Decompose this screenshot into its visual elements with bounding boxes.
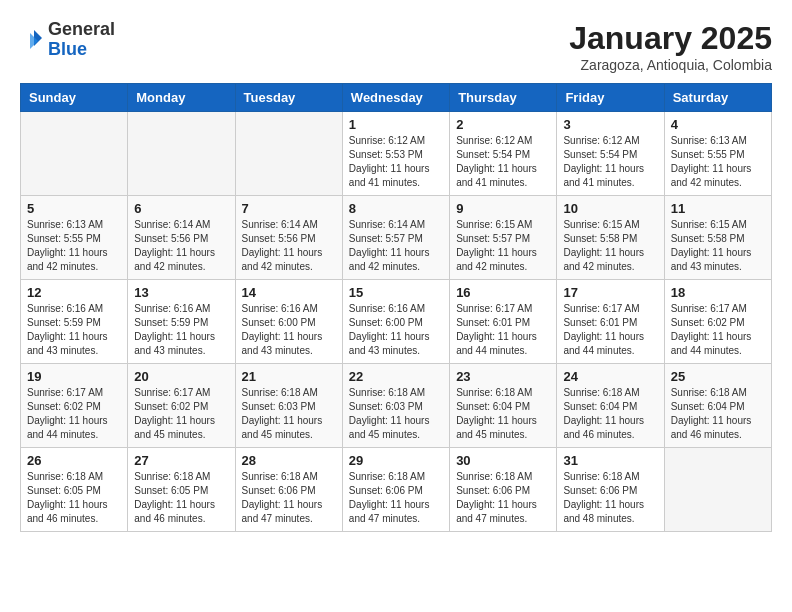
calendar-cell: 18Sunrise: 6:17 AM Sunset: 6:02 PM Dayli… — [664, 280, 771, 364]
day-info: Sunrise: 6:18 AM Sunset: 6:03 PM Dayligh… — [242, 386, 336, 442]
calendar-cell: 13Sunrise: 6:16 AM Sunset: 5:59 PM Dayli… — [128, 280, 235, 364]
week-row-5: 26Sunrise: 6:18 AM Sunset: 6:05 PM Dayli… — [21, 448, 772, 532]
day-number: 13 — [134, 285, 228, 300]
weekday-header-friday: Friday — [557, 84, 664, 112]
weekday-header-thursday: Thursday — [450, 84, 557, 112]
day-info: Sunrise: 6:12 AM Sunset: 5:53 PM Dayligh… — [349, 134, 443, 190]
day-number: 14 — [242, 285, 336, 300]
day-number: 2 — [456, 117, 550, 132]
day-number: 20 — [134, 369, 228, 384]
calendar-cell: 14Sunrise: 6:16 AM Sunset: 6:00 PM Dayli… — [235, 280, 342, 364]
weekday-header-saturday: Saturday — [664, 84, 771, 112]
weekday-header-tuesday: Tuesday — [235, 84, 342, 112]
day-info: Sunrise: 6:17 AM Sunset: 6:01 PM Dayligh… — [563, 302, 657, 358]
calendar-cell: 25Sunrise: 6:18 AM Sunset: 6:04 PM Dayli… — [664, 364, 771, 448]
day-number: 26 — [27, 453, 121, 468]
calendar-table: SundayMondayTuesdayWednesdayThursdayFrid… — [20, 83, 772, 532]
calendar-cell: 7Sunrise: 6:14 AM Sunset: 5:56 PM Daylig… — [235, 196, 342, 280]
day-info: Sunrise: 6:16 AM Sunset: 5:59 PM Dayligh… — [134, 302, 228, 358]
calendar-cell: 27Sunrise: 6:18 AM Sunset: 6:05 PM Dayli… — [128, 448, 235, 532]
day-number: 31 — [563, 453, 657, 468]
page-header: General Blue January 2025 Zaragoza, Anti… — [20, 20, 772, 73]
logo-icon — [20, 28, 44, 52]
day-info: Sunrise: 6:18 AM Sunset: 6:06 PM Dayligh… — [349, 470, 443, 526]
day-info: Sunrise: 6:16 AM Sunset: 5:59 PM Dayligh… — [27, 302, 121, 358]
day-number: 19 — [27, 369, 121, 384]
calendar-cell: 16Sunrise: 6:17 AM Sunset: 6:01 PM Dayli… — [450, 280, 557, 364]
calendar-cell: 12Sunrise: 6:16 AM Sunset: 5:59 PM Dayli… — [21, 280, 128, 364]
calendar-cell: 3Sunrise: 6:12 AM Sunset: 5:54 PM Daylig… — [557, 112, 664, 196]
day-number: 16 — [456, 285, 550, 300]
logo-general: General — [48, 19, 115, 39]
calendar-cell: 19Sunrise: 6:17 AM Sunset: 6:02 PM Dayli… — [21, 364, 128, 448]
calendar-cell — [664, 448, 771, 532]
calendar-cell: 30Sunrise: 6:18 AM Sunset: 6:06 PM Dayli… — [450, 448, 557, 532]
day-number: 28 — [242, 453, 336, 468]
calendar-cell — [235, 112, 342, 196]
day-info: Sunrise: 6:18 AM Sunset: 6:04 PM Dayligh… — [456, 386, 550, 442]
week-row-3: 12Sunrise: 6:16 AM Sunset: 5:59 PM Dayli… — [21, 280, 772, 364]
day-number: 23 — [456, 369, 550, 384]
calendar-cell: 10Sunrise: 6:15 AM Sunset: 5:58 PM Dayli… — [557, 196, 664, 280]
calendar-cell: 5Sunrise: 6:13 AM Sunset: 5:55 PM Daylig… — [21, 196, 128, 280]
calendar-cell: 26Sunrise: 6:18 AM Sunset: 6:05 PM Dayli… — [21, 448, 128, 532]
day-number: 6 — [134, 201, 228, 216]
day-info: Sunrise: 6:14 AM Sunset: 5:57 PM Dayligh… — [349, 218, 443, 274]
day-number: 9 — [456, 201, 550, 216]
weekday-header-wednesday: Wednesday — [342, 84, 449, 112]
day-info: Sunrise: 6:18 AM Sunset: 6:05 PM Dayligh… — [27, 470, 121, 526]
day-number: 1 — [349, 117, 443, 132]
calendar-cell: 31Sunrise: 6:18 AM Sunset: 6:06 PM Dayli… — [557, 448, 664, 532]
day-number: 5 — [27, 201, 121, 216]
calendar-cell — [128, 112, 235, 196]
logo: General Blue — [20, 20, 115, 60]
day-number: 12 — [27, 285, 121, 300]
day-info: Sunrise: 6:18 AM Sunset: 6:06 PM Dayligh… — [456, 470, 550, 526]
day-number: 25 — [671, 369, 765, 384]
calendar-cell: 11Sunrise: 6:15 AM Sunset: 5:58 PM Dayli… — [664, 196, 771, 280]
day-number: 11 — [671, 201, 765, 216]
calendar-cell: 1Sunrise: 6:12 AM Sunset: 5:53 PM Daylig… — [342, 112, 449, 196]
logo-blue: Blue — [48, 39, 87, 59]
day-info: Sunrise: 6:14 AM Sunset: 5:56 PM Dayligh… — [242, 218, 336, 274]
day-info: Sunrise: 6:15 AM Sunset: 5:58 PM Dayligh… — [671, 218, 765, 274]
week-row-4: 19Sunrise: 6:17 AM Sunset: 6:02 PM Dayli… — [21, 364, 772, 448]
day-info: Sunrise: 6:17 AM Sunset: 6:02 PM Dayligh… — [134, 386, 228, 442]
day-number: 15 — [349, 285, 443, 300]
day-number: 22 — [349, 369, 443, 384]
day-number: 10 — [563, 201, 657, 216]
day-number: 29 — [349, 453, 443, 468]
day-number: 30 — [456, 453, 550, 468]
day-info: Sunrise: 6:12 AM Sunset: 5:54 PM Dayligh… — [563, 134, 657, 190]
calendar-cell: 20Sunrise: 6:17 AM Sunset: 6:02 PM Dayli… — [128, 364, 235, 448]
day-info: Sunrise: 6:13 AM Sunset: 5:55 PM Dayligh… — [27, 218, 121, 274]
calendar-cell: 15Sunrise: 6:16 AM Sunset: 6:00 PM Dayli… — [342, 280, 449, 364]
weekday-header-sunday: Sunday — [21, 84, 128, 112]
week-row-2: 5Sunrise: 6:13 AM Sunset: 5:55 PM Daylig… — [21, 196, 772, 280]
calendar-cell: 2Sunrise: 6:12 AM Sunset: 5:54 PM Daylig… — [450, 112, 557, 196]
calendar-cell: 8Sunrise: 6:14 AM Sunset: 5:57 PM Daylig… — [342, 196, 449, 280]
calendar-cell: 23Sunrise: 6:18 AM Sunset: 6:04 PM Dayli… — [450, 364, 557, 448]
day-number: 8 — [349, 201, 443, 216]
day-number: 7 — [242, 201, 336, 216]
day-number: 18 — [671, 285, 765, 300]
calendar-cell: 24Sunrise: 6:18 AM Sunset: 6:04 PM Dayli… — [557, 364, 664, 448]
day-info: Sunrise: 6:17 AM Sunset: 6:01 PM Dayligh… — [456, 302, 550, 358]
location: Zaragoza, Antioquia, Colombia — [569, 57, 772, 73]
day-info: Sunrise: 6:18 AM Sunset: 6:06 PM Dayligh… — [242, 470, 336, 526]
day-number: 17 — [563, 285, 657, 300]
week-row-1: 1Sunrise: 6:12 AM Sunset: 5:53 PM Daylig… — [21, 112, 772, 196]
day-info: Sunrise: 6:17 AM Sunset: 6:02 PM Dayligh… — [671, 302, 765, 358]
calendar-cell: 21Sunrise: 6:18 AM Sunset: 6:03 PM Dayli… — [235, 364, 342, 448]
day-info: Sunrise: 6:18 AM Sunset: 6:04 PM Dayligh… — [563, 386, 657, 442]
calendar-cell: 4Sunrise: 6:13 AM Sunset: 5:55 PM Daylig… — [664, 112, 771, 196]
calendar-cell: 9Sunrise: 6:15 AM Sunset: 5:57 PM Daylig… — [450, 196, 557, 280]
calendar-cell: 28Sunrise: 6:18 AM Sunset: 6:06 PM Dayli… — [235, 448, 342, 532]
day-info: Sunrise: 6:14 AM Sunset: 5:56 PM Dayligh… — [134, 218, 228, 274]
day-info: Sunrise: 6:16 AM Sunset: 6:00 PM Dayligh… — [242, 302, 336, 358]
calendar-cell: 22Sunrise: 6:18 AM Sunset: 6:03 PM Dayli… — [342, 364, 449, 448]
day-number: 21 — [242, 369, 336, 384]
day-number: 24 — [563, 369, 657, 384]
weekday-header-row: SundayMondayTuesdayWednesdayThursdayFrid… — [21, 84, 772, 112]
calendar-cell: 6Sunrise: 6:14 AM Sunset: 5:56 PM Daylig… — [128, 196, 235, 280]
